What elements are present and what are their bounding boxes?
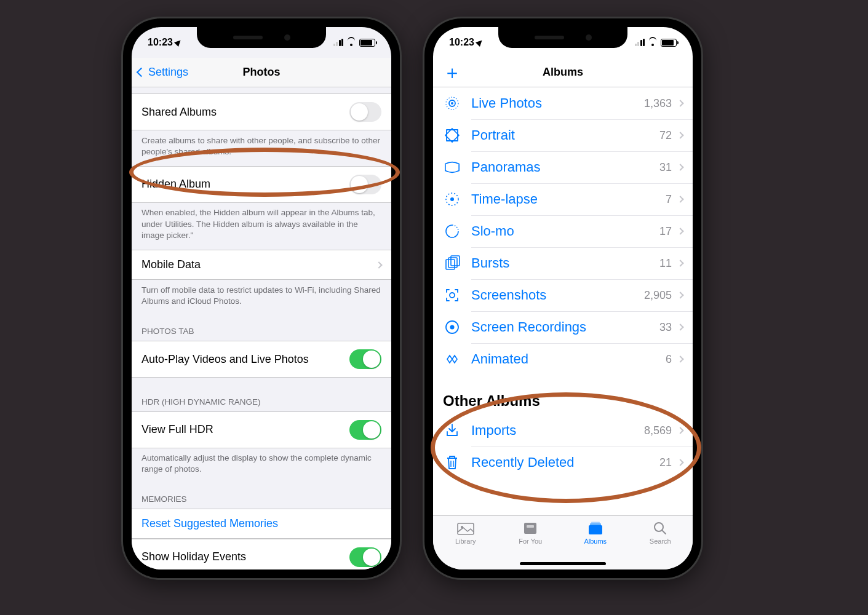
autoplay-label: Auto-Play Videos and Live Photos <box>141 353 309 366</box>
tab-label: Albums <box>584 538 607 545</box>
phone-frame-left: 10:23 Settings Photos Shared Albums <box>123 18 400 578</box>
page-title: Photos <box>243 66 281 79</box>
chevron-right-icon <box>677 196 683 202</box>
mobile-data-label: Mobile Data <box>141 258 201 271</box>
chevron-right-icon <box>677 164 683 170</box>
album-label: Screen Recordings <box>471 319 659 335</box>
tab-library[interactable]: Library <box>433 521 498 557</box>
albums-content[interactable]: Live Photos1,363Portrait72Panoramas31Tim… <box>433 87 693 515</box>
settings-content[interactable]: Shared Albums Create albums to share wit… <box>132 87 391 569</box>
album-count: 2,905 <box>644 289 672 302</box>
album-row-screenrec[interactable]: Screen Recordings33 <box>433 311 693 343</box>
albums-icon <box>587 521 604 536</box>
media-types-list: Live Photos1,363Portrait72Panoramas31Tim… <box>433 87 693 375</box>
wifi-icon <box>648 39 658 46</box>
chevron-right-icon <box>375 261 382 268</box>
tab-label: For You <box>519 538 542 545</box>
hidden-album-desc: When enabled, the Hidden album will appe… <box>132 202 391 250</box>
hidden-album-cell[interactable]: Hidden Album <box>132 166 391 203</box>
mobile-data-cell[interactable]: Mobile Data <box>132 250 391 280</box>
slomo-icon <box>443 222 461 240</box>
screen-left: 10:23 Settings Photos Shared Albums <box>132 27 391 569</box>
album-label: Imports <box>471 423 644 438</box>
chevron-right-icon <box>677 323 683 330</box>
svg-point-1 <box>451 102 453 105</box>
wifi-icon <box>346 39 356 46</box>
imports-icon <box>443 421 461 440</box>
album-count: 17 <box>659 225 672 238</box>
hdr-cell[interactable]: View Full HDR <box>132 411 391 448</box>
hdr-header: HDR (HIGH DYNAMIC RANGE) <box>132 378 391 411</box>
chevron-right-icon <box>677 100 683 106</box>
holiday-events-switch[interactable] <box>349 547 381 567</box>
svg-rect-17 <box>589 525 602 534</box>
shared-albums-switch[interactable] <box>349 102 381 122</box>
album-label: Bursts <box>471 255 659 271</box>
album-row-portrait[interactable]: Portrait72 <box>433 119 693 151</box>
chevron-right-icon <box>677 228 683 234</box>
reset-memories-label: Reset Suggested Memories <box>141 517 278 530</box>
chevron-right-icon <box>677 260 683 266</box>
album-row-panoramas[interactable]: Panoramas31 <box>433 151 693 183</box>
album-label: Live Photos <box>471 95 644 111</box>
album-row-timelapse[interactable]: Time-lapse7 <box>433 183 693 215</box>
album-row-slomo[interactable]: Slo-mo17 <box>433 215 693 247</box>
hdr-switch[interactable] <box>349 420 381 440</box>
album-row-screenshots[interactable]: Screenshots2,905 <box>433 279 693 311</box>
chevron-right-icon <box>677 355 683 362</box>
notch <box>498 27 627 48</box>
autoplay-switch[interactable] <box>349 349 381 369</box>
add-album-button[interactable]: ＋ <box>443 63 461 82</box>
chevron-right-icon <box>677 292 683 298</box>
chevron-right-icon <box>677 132 683 138</box>
other-albums-header: Other Albums <box>433 375 693 415</box>
panoramas-icon <box>443 158 461 177</box>
tab-label: Library <box>455 538 476 545</box>
autoplay-cell[interactable]: Auto-Play Videos and Live Photos <box>132 341 391 378</box>
album-count: 7 <box>666 193 672 206</box>
home-indicator[interactable] <box>520 562 606 565</box>
screen-right: 10:23 ＋ Albums Live Photos1,363Portrait7… <box>433 27 693 569</box>
svg-rect-18 <box>590 523 601 525</box>
album-row-live-photos[interactable]: Live Photos1,363 <box>433 87 693 119</box>
status-time: 10:23 <box>449 37 474 48</box>
hdr-label: View Full HDR <box>141 423 213 436</box>
cell-signal-icon <box>635 39 645 46</box>
back-button[interactable]: Settings <box>138 66 188 79</box>
svg-point-8 <box>450 293 455 298</box>
album-row-trash[interactable]: Recently Deleted21 <box>433 446 693 478</box>
battery-icon <box>661 39 677 47</box>
shared-albums-cell[interactable]: Shared Albums <box>132 93 391 130</box>
holiday-events-label: Show Holiday Events <box>141 550 246 563</box>
shared-albums-desc: Create albums to share with other people… <box>132 130 391 166</box>
album-row-bursts[interactable]: Bursts11 <box>433 247 693 279</box>
page-title: Albums <box>543 66 583 79</box>
phone-frame-right: 10:23 ＋ Albums Live Photos1,363Portrait7… <box>424 18 701 578</box>
library-icon <box>457 521 474 536</box>
album-count: 33 <box>659 321 672 334</box>
status-time: 10:23 <box>148 37 173 48</box>
svg-line-21 <box>662 530 666 534</box>
tab-for-you[interactable]: For You <box>498 521 563 557</box>
photos-tab-header: PHOTOS TAB <box>132 315 391 341</box>
reset-memories-cell[interactable]: Reset Suggested Memories <box>132 509 391 539</box>
album-label: Screenshots <box>471 287 644 303</box>
hidden-album-switch[interactable] <box>349 175 381 194</box>
for-you-icon <box>522 521 539 536</box>
album-row-animated[interactable]: Animated6 <box>433 343 693 375</box>
location-arrow-icon <box>174 38 183 47</box>
portrait-icon <box>443 126 461 145</box>
screenshots-icon <box>443 286 461 304</box>
album-label: Slo-mo <box>471 223 659 239</box>
album-count: 11 <box>659 257 672 270</box>
tab-albums[interactable]: Albums <box>563 521 628 557</box>
svg-rect-16 <box>527 525 534 528</box>
svg-rect-19 <box>591 522 600 524</box>
holiday-events-cell[interactable]: Show Holiday Events <box>132 539 391 569</box>
chevron-left-icon <box>137 68 146 77</box>
album-label: Recently Deleted <box>471 454 659 470</box>
tab-search[interactable]: Search <box>628 521 693 557</box>
album-row-imports[interactable]: Imports8,569 <box>433 415 693 446</box>
memories-header: MEMORIES <box>132 483 391 509</box>
album-count: 1,363 <box>644 97 672 110</box>
